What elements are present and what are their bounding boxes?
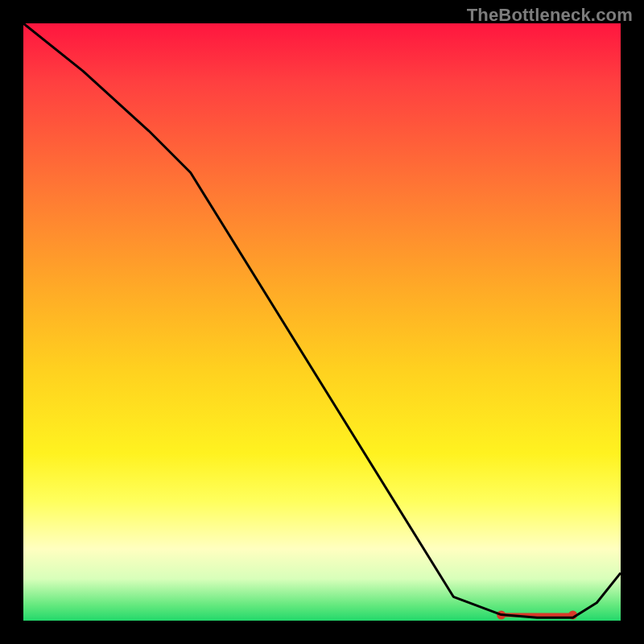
main-curve [23, 23, 621, 617]
chart-stage: TheBottleneck.com [0, 0, 644, 644]
watermark-text: TheBottleneck.com [467, 5, 633, 26]
chart-overlay [23, 23, 621, 621]
plot-area [23, 23, 621, 621]
